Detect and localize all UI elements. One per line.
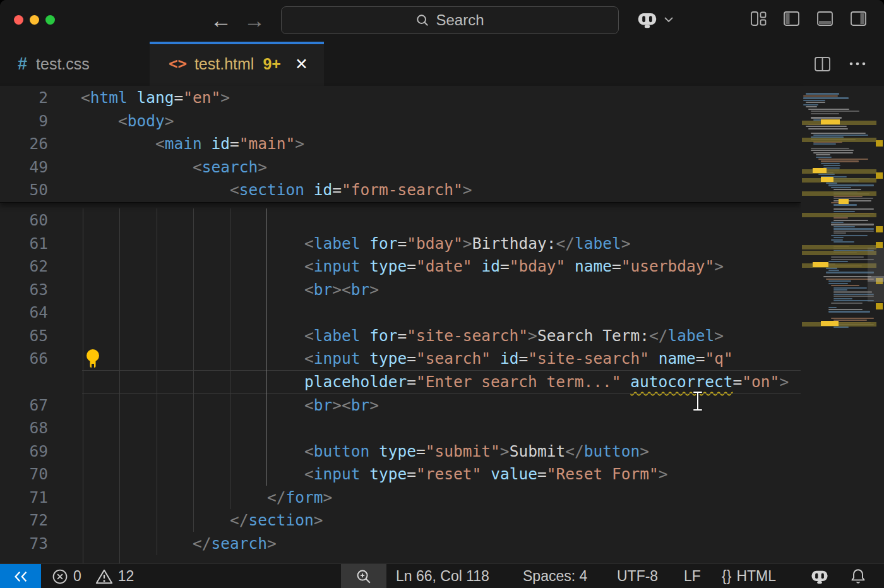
minimap-warning-bar	[802, 138, 876, 142]
problems-status[interactable]: 0 12	[52, 564, 134, 588]
minimap[interactable]	[801, 86, 884, 563]
code-line-69[interactable]: 69 <button type="submit">Submit</button>	[0, 440, 801, 463]
navigate-back-button[interactable]: ←	[210, 8, 232, 33]
minimap-highlight	[813, 262, 828, 267]
minimap-line	[816, 154, 830, 155]
toggle-primary-sidebar-icon[interactable]	[783, 10, 800, 27]
code-line-67[interactable]: 67 <br><br>	[0, 393, 801, 417]
line-number: 65	[0, 324, 48, 347]
minimize-window-button[interactable]	[30, 15, 39, 25]
minimap-line	[806, 93, 839, 94]
overview-ruler-warning-mark	[876, 140, 883, 147]
minimap-line	[826, 272, 874, 273]
split-editor-icon[interactable]	[814, 56, 831, 73]
code-line-26[interactable]: 26 <main id="main">	[0, 132, 801, 155]
line-number: 26	[0, 132, 48, 155]
code-line-2[interactable]: 2<html lang="en">	[0, 86, 801, 109]
code-line-72[interactable]: 72 </section>	[0, 508, 801, 532]
minimap-line	[808, 109, 849, 110]
minimap-line	[806, 106, 817, 107]
minimap-line	[831, 239, 843, 241]
minimap-line	[828, 261, 848, 262]
editor[interactable]: 6061 <label for="bday">Birthday:</label>…	[0, 86, 884, 563]
toggle-secondary-sidebar-icon[interactable]	[850, 10, 867, 27]
copilot-icon[interactable]	[636, 10, 658, 29]
minimap-line	[803, 95, 838, 97]
code-line-50[interactable]: 50 <section id="form-search">	[0, 178, 801, 201]
warnings-icon	[95, 568, 113, 585]
cursor-position-status[interactable]: Ln 66, Col 118	[396, 564, 489, 588]
chevron-down-icon[interactable]	[663, 16, 674, 23]
braces-icon: {}	[722, 568, 731, 585]
line-number: 63	[0, 278, 48, 301]
search-label: Search	[436, 11, 484, 29]
tab-test-css[interactable]: # test.css	[0, 42, 150, 86]
minimap-line	[831, 224, 874, 225]
code-line-68[interactable]: 68	[0, 416, 801, 440]
code-line-62[interactable]: 62 <input type="date" id="bday" name="us…	[0, 255, 801, 278]
minimap-line	[826, 279, 874, 280]
minimap-line	[833, 217, 848, 219]
indent-guide-active	[266, 208, 267, 486]
notifications-bell-icon[interactable]	[850, 564, 866, 588]
line-number: 69	[0, 440, 48, 463]
code-line-70[interactable]: 70 <input type="reset" value="Reset Form…	[0, 462, 801, 486]
maximize-window-button[interactable]	[45, 15, 55, 25]
navigate-forward-button[interactable]: →	[244, 8, 265, 33]
line-number: 73	[0, 532, 48, 555]
minimap-line	[833, 231, 874, 232]
line-number: 68	[0, 416, 48, 440]
code-line-9[interactable]: 9 <body>	[0, 109, 801, 133]
code-line-60[interactable]: 60	[0, 208, 801, 232]
close-tab-icon[interactable]: ✕	[295, 55, 308, 73]
minimap-highlight	[821, 321, 839, 326]
title-bar: ← → Search	[0, 0, 884, 42]
line-number: 2	[0, 86, 48, 109]
code-line-61[interactable]: 61 <label for="bday">Birthday:</label>	[0, 232, 801, 255]
minimap-line	[811, 148, 849, 149]
remote-indicator[interactable]	[0, 564, 41, 588]
minimap-line	[831, 235, 868, 236]
close-window-button[interactable]	[14, 15, 23, 25]
code-line-71[interactable]: 71 </form>	[0, 486, 801, 509]
minimap-line	[831, 303, 863, 304]
warnings-count: 12	[118, 568, 134, 585]
overview-ruler-warning-mark	[876, 172, 883, 179]
minimap-line	[833, 189, 861, 190]
more-actions-icon[interactable]	[849, 61, 866, 66]
code-line-66[interactable]: 66 <input type="search" id="site-search"…	[0, 347, 801, 370]
zoom-status-item[interactable]	[341, 564, 386, 588]
language-mode-status[interactable]: {} HTML	[722, 564, 776, 588]
errors-icon	[52, 568, 68, 585]
lightbulb-icon[interactable]	[86, 348, 100, 370]
minimap-scrollbar-slider[interactable]	[868, 248, 884, 302]
minimap-line	[826, 183, 837, 184]
code-line-73[interactable]: 73 </search>	[0, 532, 801, 555]
customize-layout-icon[interactable]	[750, 10, 767, 27]
minimap-line	[813, 152, 853, 153]
code-line-49[interactable]: 49 <search>	[0, 155, 801, 179]
sticky-scroll[interactable]: 2<html lang="en">9 <body>26 <main id="ma…	[0, 86, 801, 203]
minimap-line	[803, 100, 825, 101]
current-line-border-top	[82, 370, 801, 371]
search-command-center[interactable]: Search	[281, 6, 619, 34]
line-number: 67	[0, 393, 48, 417]
minimap-line	[803, 97, 849, 99]
encoding-status[interactable]: UTF-8	[617, 564, 658, 588]
minimap-line	[833, 226, 855, 227]
css-file-icon: #	[18, 54, 27, 74]
code-line-64[interactable]: 64	[0, 301, 801, 324]
copilot-status-icon[interactable]	[810, 564, 829, 588]
indent-guide	[193, 208, 194, 532]
errors-count: 0	[73, 568, 81, 585]
status-bar: 0 12 Ln 66, Col 118 Spaces: 4 UTF-8 LF {…	[0, 563, 884, 588]
minimap-line	[833, 208, 874, 210]
eol-status[interactable]: LF	[684, 564, 701, 588]
toggle-panel-icon[interactable]	[816, 10, 833, 27]
code-line-wrap[interactable]: placeholder="Enter search term..." autoc…	[0, 370, 801, 393]
tab-test-html[interactable]: <> test.html 9+ ✕	[150, 42, 324, 86]
indentation-status[interactable]: Spaces: 4	[523, 564, 587, 588]
code-line-63[interactable]: 63 <br><br>	[0, 278, 801, 301]
code-line-65[interactable]: 65 <label for="site-search">Search Term:…	[0, 324, 801, 347]
minimap-line	[811, 133, 866, 134]
